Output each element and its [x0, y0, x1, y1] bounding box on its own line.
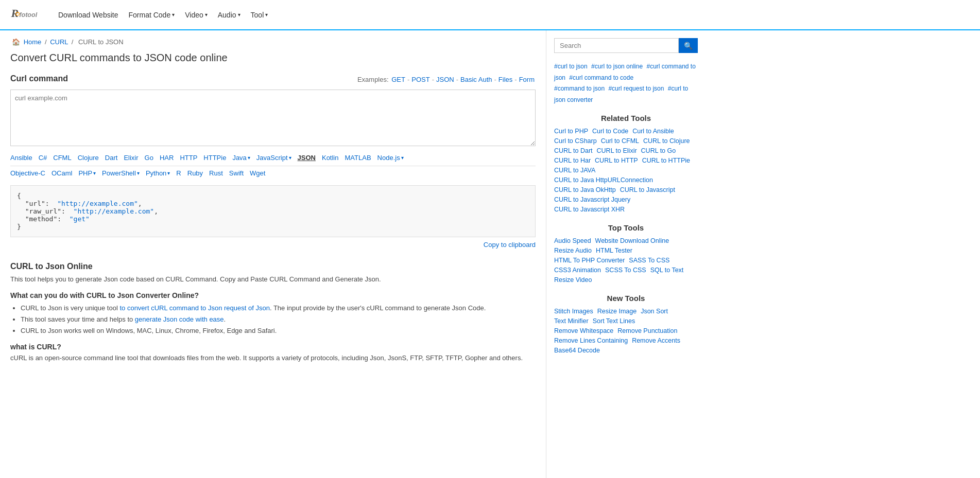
curl-input[interactable]: [10, 90, 536, 146]
new-remove-accents[interactable]: Remove Accents: [632, 337, 680, 344]
related-curl-to-http[interactable]: CURL to HTTP: [595, 157, 638, 164]
top-resize-audio[interactable]: Resize Audio: [554, 247, 592, 254]
related-curl-to-javascript-xhr[interactable]: CURL to Javascript XHR: [554, 206, 625, 213]
tab-httppie[interactable]: HTTPie: [203, 154, 226, 162]
related-curl-to-httppie[interactable]: CURL to HTTPie: [642, 157, 690, 164]
tab-go[interactable]: Go: [145, 154, 153, 162]
tab-matlab[interactable]: MATLAB: [345, 154, 371, 162]
tab-http[interactable]: HTTP: [180, 154, 197, 162]
tab-r[interactable]: R: [176, 169, 181, 177]
tabs-row: Ansible C# CFML Clojure Dart Elixir Go H…: [10, 148, 536, 166]
tab-powershell[interactable]: PowerShell: [102, 169, 140, 177]
related-curl-to-ansible[interactable]: Curl to Ansible: [632, 128, 674, 135]
example-files[interactable]: Files: [498, 76, 512, 83]
new-resize-image[interactable]: Resize Image: [597, 308, 637, 315]
new-json-sort[interactable]: Json Sort: [641, 308, 668, 315]
tab-nodejs[interactable]: Node.js: [377, 154, 404, 162]
example-post[interactable]: POST: [411, 76, 429, 83]
tab-ansible[interactable]: Ansible: [10, 154, 32, 162]
svg-text:fotool: fotool: [19, 11, 37, 19]
related-curl-to-csharp[interactable]: Curl to CSharp: [554, 137, 597, 145]
related-curl-to-go[interactable]: CURL to Go: [641, 147, 676, 154]
top-audio-speed[interactable]: Audio Speed: [554, 237, 591, 244]
output-line-1: {: [17, 192, 529, 200]
related-curl-to-har[interactable]: CURL to Har: [554, 157, 591, 164]
example-json[interactable]: JSON: [436, 76, 454, 83]
new-text-minifier[interactable]: Text Minifier: [554, 317, 589, 325]
tag-curl-to-json[interactable]: #curl to json: [554, 63, 588, 70]
top-website-download-online[interactable]: Website Download Online: [595, 237, 669, 244]
top-sql-to-text[interactable]: SQL to Text: [650, 267, 684, 274]
tag-curl-to-json-online[interactable]: #curl to json online: [591, 63, 643, 70]
top-html-tester[interactable]: HTML Tester: [596, 247, 632, 254]
nav-download-website[interactable]: Download Website: [58, 11, 118, 19]
top-sass-to-css[interactable]: SASS To CSS: [629, 257, 669, 264]
example-form[interactable]: Form: [519, 76, 535, 83]
output-area: { "url": "http://example.com", "raw_url"…: [10, 185, 536, 237]
copy-to-clipboard-button[interactable]: Copy to clipboard: [484, 241, 536, 249]
related-curl-to-java[interactable]: CURL to JAVA: [554, 167, 595, 174]
sidebar: 🔍 #curl to json #curl to json online #cu…: [546, 30, 706, 478]
related-curl-to-java-httpurlconnection[interactable]: CURL to Java HttpURLConnection: [554, 176, 653, 184]
tab-clojure[interactable]: Clojure: [78, 154, 99, 162]
tab-javascript[interactable]: JavaScript: [256, 154, 291, 162]
related-curl-to-javascript[interactable]: CURL to Javascript: [620, 186, 675, 193]
top-css3-animation[interactable]: CSS3 Animation: [554, 267, 601, 274]
search-button[interactable]: 🔍: [679, 38, 698, 53]
new-sort-text-lines[interactable]: Sort Text Lines: [593, 317, 635, 325]
related-curl-to-elixir[interactable]: CURL to Elixir: [597, 147, 637, 154]
new-stitch-images[interactable]: Stitch Images: [554, 308, 593, 315]
output-line-3: "raw_url": "http://example.com",: [17, 207, 529, 215]
top-html-to-php[interactable]: HTML To PHP Converter: [554, 257, 625, 264]
top-resize-video[interactable]: Resize Video: [554, 276, 592, 284]
tab-objective-c[interactable]: Objective-C: [10, 169, 45, 177]
desc-bullet-2-link[interactable]: generate Json code with ease: [135, 315, 224, 323]
tab-php[interactable]: PHP: [78, 169, 96, 177]
top-scss-to-css[interactable]: SCSS To CSS: [605, 267, 646, 274]
tag-command-to-json[interactable]: #command to json: [554, 85, 605, 92]
tab-cfml[interactable]: CFML: [53, 154, 71, 162]
related-curl-to-clojure[interactable]: CURL to Clojure: [643, 137, 690, 145]
tab-csharp[interactable]: C#: [39, 154, 47, 162]
new-remove-whitespace[interactable]: Remove Whitespace: [554, 327, 613, 334]
related-curl-to-dart[interactable]: CURL to Dart: [554, 147, 593, 154]
tab-ruby[interactable]: Ruby: [187, 169, 203, 177]
tag-curl-request-to-json[interactable]: #curl request to json: [608, 85, 664, 92]
new-remove-lines-containing[interactable]: Remove Lines Containing: [554, 337, 628, 344]
breadcrumb-home[interactable]: Home: [24, 38, 42, 46]
tab-rust[interactable]: Rust: [209, 169, 223, 177]
tab-har[interactable]: HAR: [160, 154, 174, 162]
desc-bullet-1-link[interactable]: to convert cURL command to Json request …: [119, 304, 269, 312]
nav-audio[interactable]: Audio: [218, 11, 240, 19]
breadcrumb-curl[interactable]: CURL: [50, 38, 68, 46]
new-base64-decode[interactable]: Base64 Decode: [554, 347, 600, 354]
tab-swift[interactable]: Swift: [229, 169, 244, 177]
tab-python[interactable]: Python: [146, 169, 170, 177]
tab-json[interactable]: JSON: [298, 154, 316, 162]
nav-video[interactable]: Video: [185, 11, 208, 19]
related-curl-to-java-okhttp[interactable]: CURL to Java OkHttp: [554, 186, 616, 193]
new-remove-punctuation[interactable]: Remove Punctuation: [617, 327, 677, 334]
top-tools-links: Audio Speed Website Download Online Resi…: [554, 237, 698, 284]
copy-row: Copy to clipboard: [10, 237, 536, 252]
related-curl-to-javascript-jquery[interactable]: CURL to Javascript Jquery: [554, 196, 630, 203]
search-input[interactable]: [554, 38, 679, 53]
site-logo[interactable]: R fotool: [10, 4, 43, 25]
tab-elixir[interactable]: Elixir: [124, 154, 138, 162]
tab-wget[interactable]: Wget: [250, 169, 265, 177]
tab-kotlin[interactable]: Kotlin: [322, 154, 339, 162]
tab-java[interactable]: Java: [232, 154, 250, 162]
related-curl-to-php[interactable]: Curl to PHP: [554, 128, 588, 135]
tag-curl-command-to-code[interactable]: #curl command to code: [569, 74, 633, 81]
related-curl-to-code[interactable]: Curl to Code: [592, 128, 628, 135]
examples-row: Examples: GET - POST - JSON - Basic Auth…: [357, 76, 536, 83]
example-basic-auth[interactable]: Basic Auth: [460, 76, 492, 83]
tab-dart[interactable]: Dart: [105, 154, 118, 162]
related-curl-to-cfml[interactable]: Curl to CFML: [601, 137, 639, 145]
breadcrumb: 🏠 Home / CURL / CURL to JSON: [10, 38, 536, 46]
nav-format-code[interactable]: Format Code: [128, 11, 175, 19]
example-get[interactable]: GET: [391, 76, 405, 83]
nav-tool[interactable]: Tool: [251, 11, 268, 19]
tab-ocaml[interactable]: OCaml: [51, 169, 72, 177]
content-area: 🏠 Home / CURL / CURL to JSON Convert CUR…: [0, 30, 546, 478]
